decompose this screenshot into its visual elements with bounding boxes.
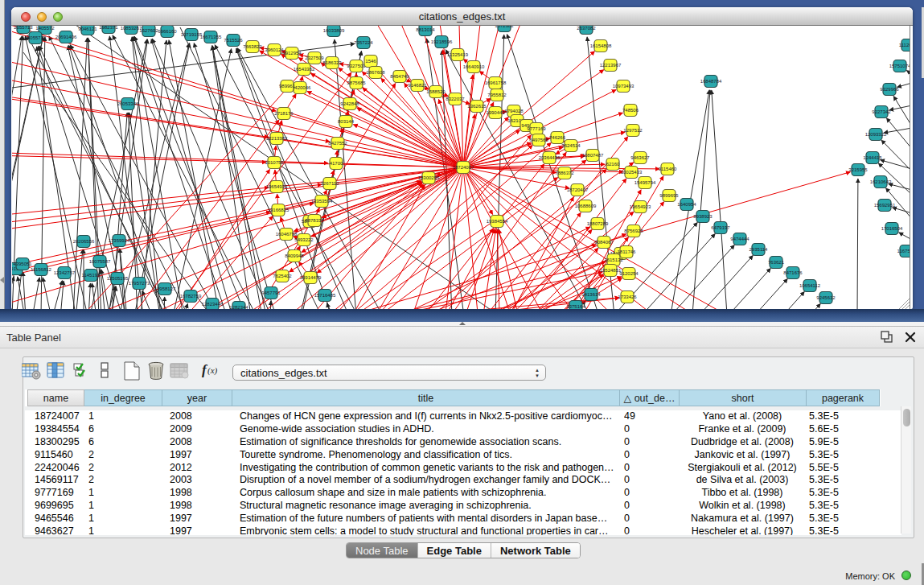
svg-text:8322037: 8322037 [446,97,465,101]
svg-text:16210643: 16210643 [870,179,892,184]
svg-text:1244415: 1244415 [863,155,882,160]
svg-text:19218596: 19218596 [431,39,453,44]
svg-text:8427552: 8427552 [328,141,347,146]
svg-text:2327509: 2327509 [305,56,324,60]
svg-text:15495794: 15495794 [634,180,656,185]
svg-text:16640910: 16640910 [463,64,485,69]
svg-text:4395051: 4395051 [13,262,32,266]
svg-text:3624514: 3624514 [561,143,581,148]
svg-text:20206556: 20206556 [73,239,95,244]
svg-text:9084067: 9084067 [594,240,614,245]
svg-text:12093322: 12093322 [865,132,887,137]
svg-text:19654923: 19654923 [630,204,651,209]
svg-text:19166825: 19166825 [268,208,290,212]
svg-text:18724007: 18724007 [453,165,474,170]
svg-text:13353594: 13353594 [311,199,333,204]
svg-text:9463627: 9463627 [630,155,650,160]
svg-text:8454749: 8454749 [390,74,409,79]
svg-text:1362615: 1362615 [467,104,487,109]
svg-text:7955812: 7955812 [487,93,507,97]
svg-text:17016504: 17016504 [881,226,903,231]
svg-text:16914479: 16914479 [300,275,322,280]
svg-text:746266: 746266 [549,135,566,140]
svg-text:15716485: 15716485 [314,293,336,298]
svg-text:9046121: 9046121 [78,27,97,31]
svg-text:16961758: 16961758 [485,80,507,85]
svg-text:9474444: 9474444 [730,237,749,241]
svg-text:7515526: 7515526 [224,38,243,43]
svg-text:989961: 989961 [279,84,296,89]
svg-text:9242848: 9242848 [340,101,359,106]
svg-text:9146821: 9146821 [408,83,427,88]
svg-text:1167533: 1167533 [897,249,910,253]
svg-text:12823446: 12823446 [202,302,224,307]
svg-text:16848784: 16848784 [700,79,722,84]
svg-text:2055713: 2055713 [14,26,33,30]
svg-text:15692951: 15692951 [874,203,896,208]
svg-text:1615132: 1615132 [604,257,623,262]
svg-text:10075587: 10075587 [89,259,111,264]
svg-text:1010755: 1010755 [265,160,284,165]
svg-text:1982371: 1982371 [99,26,118,30]
svg-text:9457791: 9457791 [261,290,281,295]
svg-text:1405572: 1405572 [35,26,55,31]
svg-text:1572382: 1572382 [495,26,514,28]
svg-text:9327509: 9327509 [347,64,366,68]
svg-text:1588520: 1588520 [426,89,446,94]
svg-text:62160: 62160 [606,162,620,167]
svg-text:8756928: 8756928 [624,229,643,233]
svg-text:16671355: 16671355 [200,35,222,39]
svg-text:11325419: 11325419 [447,52,469,57]
svg-text:8878334: 8878334 [305,218,324,223]
svg-text:10973493: 10973493 [613,84,634,89]
svg-text:8938923: 8938923 [693,214,713,219]
svg-text:8813014: 8813014 [416,27,435,32]
svg-text:10807487: 10807487 [582,153,604,158]
svg-text:20364436: 20364436 [539,155,561,160]
svg-text:1527602: 1527602 [139,28,158,33]
svg-text:1297512: 1297512 [623,128,643,133]
svg-text:748506: 748506 [622,108,639,113]
svg-text:41700: 41700 [330,161,343,166]
svg-text:10958127: 10958127 [154,286,176,291]
svg-text:12213382: 12213382 [266,136,288,141]
svg-text:11156812: 11156812 [31,267,51,272]
svg-text:6794028: 6794028 [504,109,524,113]
svg-text:3267110: 3267110 [321,181,340,186]
svg-text:7886372: 7886372 [555,171,574,175]
svg-text:1640954: 1640954 [677,202,696,207]
svg-text:2935114: 2935114 [749,247,769,252]
svg-text:18807289: 18807289 [587,221,609,226]
svg-text:8186323: 8186323 [322,60,342,65]
svg-text:1145193: 1145193 [82,273,101,278]
svg-text:6966160: 6966160 [158,29,177,34]
svg-text:8409948: 8409948 [285,253,304,258]
svg-text:19384554: 19384554 [487,219,508,224]
svg-text:6497568: 6497568 [529,138,548,142]
svg-text:763621: 763621 [768,260,785,265]
svg-text:12505195: 12505195 [107,276,129,281]
svg-text:1112074: 1112074 [899,43,910,47]
svg-text:16543362: 16543362 [294,67,315,72]
svg-text:16033809: 16033809 [323,28,345,33]
svg-text:9115460: 9115460 [659,167,678,171]
svg-text:9899695: 9899695 [659,193,679,198]
svg-text:9245612: 9245612 [816,295,836,300]
svg-text:20691406: 20691406 [55,35,77,39]
svg-text:7625402: 7625402 [273,274,292,278]
svg-text:18300295: 18300295 [418,175,440,180]
svg-text:(x): (x) [207,365,218,376]
svg-text:14055712: 14055712 [25,35,47,40]
svg-text:16154808: 16154808 [590,43,612,48]
svg-text:16046798: 16046798 [276,232,298,237]
svg-text:17359924: 17359924 [109,238,130,243]
svg-text:10654112: 10654112 [799,283,821,288]
svg-text:6479197: 6479197 [711,225,730,230]
svg-text:3875685: 3875685 [347,80,366,85]
svg-text:9120254: 9120254 [619,271,639,276]
svg-text:16782759: 16782759 [180,294,202,299]
svg-text:12342757: 12342757 [54,270,76,275]
svg-text:26053346: 26053346 [117,101,139,106]
svg-text:18720407: 18720407 [567,187,589,192]
svg-text:9227342: 9227342 [872,109,891,114]
